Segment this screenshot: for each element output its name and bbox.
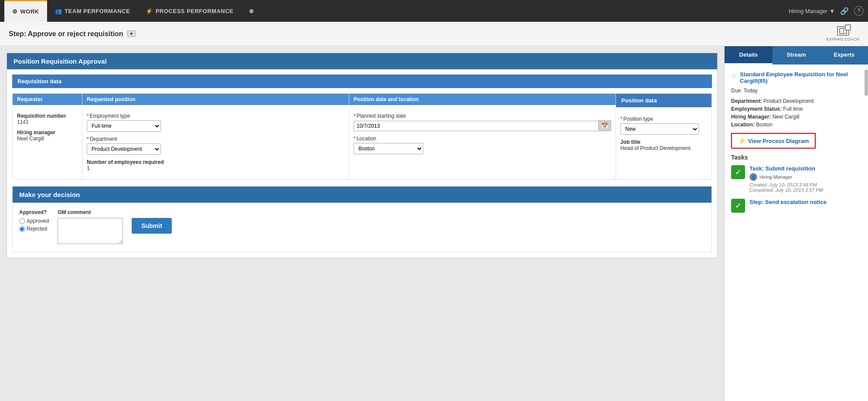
person-icon: 👤 <box>749 173 757 181</box>
main-layout: Position Requisition Approval Requisitio… <box>0 46 868 401</box>
add-icon: ⊕ <box>249 8 254 14</box>
department-field: *Department Product Development <box>87 136 344 155</box>
position-data-section: Position data *Position type New <box>616 93 712 180</box>
tasks-title: Tasks <box>731 154 861 161</box>
tab-details[interactable]: Details <box>725 46 773 65</box>
task-title-send-escalation[interactable]: Step: Send escalation notice <box>749 199 861 205</box>
process-diagram-icon: ⚡ <box>738 137 745 144</box>
tab-experts[interactable]: Experts <box>820 46 868 65</box>
dropdown-arrow-icon: ▼ <box>829 8 835 14</box>
requested-position-column: Requested position *Employment type Full… <box>82 94 349 179</box>
sub-header: Step: Approve or reject requisition ▼ EX… <box>0 22 868 46</box>
approved-radio-label[interactable]: Approved <box>19 218 49 224</box>
position-data-body: *Position type New Job title Head of Pro… <box>616 112 711 159</box>
help-icon[interactable]: ? <box>854 6 864 16</box>
expand-coach-icon <box>837 26 849 36</box>
requester-column: Requester Requisition number 1141 Hiring… <box>13 94 82 179</box>
hiring-manager-field: Hiring manager Neel Cargill <box>17 129 78 142</box>
due-date-text: Due: Today <box>731 88 861 94</box>
hiring-manager-info: Hiring Manager: Neel Cargill <box>731 114 861 120</box>
gm-comment-section: GM comment <box>58 209 123 245</box>
task-item-send-escalation: ✓ Step: Send escalation notice <box>731 199 861 213</box>
link-icon[interactable]: 🔗 <box>840 7 849 15</box>
view-process-diagram-button[interactable]: ⚡ View Process Diagram <box>731 133 816 149</box>
scrollbar-thumb[interactable] <box>865 70 868 96</box>
nav-team-performance[interactable]: 👥 TEAM PERFORMANCE <box>47 0 138 22</box>
num-employees-field: Number of employees required 1 <box>87 159 344 171</box>
requested-position-header: Requested position <box>82 94 349 105</box>
employment-status-info: Employment Status: Full time <box>731 106 861 112</box>
task-title-submit-req[interactable]: Task: Submit requisition <box>749 165 861 172</box>
card-header: Position Requisition Approval <box>7 53 717 69</box>
position-data-header: Position data <box>616 94 711 107</box>
position-date-column: Position date and location *Planned star… <box>349 94 616 179</box>
task-item-submit-req: ✓ Task: Submit requisition 👤 Hiring Mana… <box>731 165 861 193</box>
requisition-number-field: Requisition number 1141 <box>17 113 78 125</box>
process-icon: ⚡ <box>146 8 153 14</box>
task-check-icon-2: ✓ <box>731 199 745 213</box>
employment-type-field: *Employment type Full-time <box>87 113 344 132</box>
location-info: Location: Boston <box>731 122 861 128</box>
right-tabs: Details Stream Experts <box>725 46 868 65</box>
location-select[interactable]: Boston <box>354 143 423 154</box>
task-completed: Completed: July 10, 2013 3:57 PM <box>749 187 861 193</box>
job-title-field: Job title Head of Product Development <box>620 139 707 151</box>
card-body: Requisition data Requester <box>7 69 717 258</box>
task-info-submit-req: Task: Submit requisition 👤 Hiring Manage… <box>749 165 861 193</box>
submit-button[interactable]: Submit <box>132 218 171 234</box>
task-info-send-escalation: Step: Send escalation notice <box>749 199 861 205</box>
requisition-link-title[interactable]: Standard Employee Requisition for Neel C… <box>740 71 861 84</box>
req-data-left: Requester Requisition number 1141 Hiring… <box>12 93 616 180</box>
position-type-field: *Position type New <box>620 116 707 135</box>
decision-header: Make your decision <box>13 187 711 203</box>
department-select[interactable]: Product Development <box>87 143 161 155</box>
position-date-body: *Planned starting date 📅 *Location <box>349 109 616 162</box>
rejected-radio[interactable] <box>19 226 25 232</box>
employment-type-select[interactable]: Full-time <box>87 120 161 132</box>
task-assignee-submit-req: 👤 Hiring Manager <box>749 173 861 181</box>
requisition-data-section: Requisition data Requester <box>12 75 712 180</box>
req-columns-wrapper: Requester Requisition number 1141 Hiring… <box>12 93 712 180</box>
nav-right-section: Hiring Manager ▼ 🔗 ? <box>789 6 864 16</box>
nav-work[interactable]: ⚙ WORK <box>4 0 47 22</box>
work-icon: ⚙ <box>12 8 18 15</box>
expand-coach-button[interactable]: EXPAND COACH <box>827 26 859 41</box>
nav-add[interactable]: ⊕ <box>241 0 262 22</box>
location-field: *Location Boston <box>354 136 611 154</box>
requisition-link-section: ☆ Standard Employee Requisition for Neel… <box>731 71 861 84</box>
position-requisition-card: Position Requisition Approval Requisitio… <box>7 53 718 258</box>
task-check-icon: ✓ <box>731 165 745 179</box>
requester-body: Requisition number 1141 Hiring manager N… <box>13 109 82 150</box>
requisition-data-header: Requisition data <box>12 75 712 88</box>
tab-stream[interactable]: Stream <box>773 46 820 65</box>
dropdown-arrow-icon[interactable]: ▼ <box>127 31 136 37</box>
svg-rect-0 <box>840 28 847 34</box>
rejected-radio-label[interactable]: Rejected <box>19 226 49 232</box>
requested-position-body: *Employment type Full-time *Department <box>82 109 349 179</box>
step-title: Step: Approve or reject requisition ▼ <box>9 30 136 38</box>
decision-body: Approved? Approved Rejected <box>13 203 711 252</box>
nav-process-performance[interactable]: ⚡ PROCESS PERFORMANCE <box>138 0 241 22</box>
right-panel-content: ☆ Standard Employee Requisition for Neel… <box>725 65 868 225</box>
star-icon[interactable]: ☆ <box>731 71 737 80</box>
approval-radio-group: Approved Rejected <box>19 218 49 232</box>
user-menu[interactable]: Hiring Manager ▼ <box>789 8 835 14</box>
date-input-wrapper: 📅 <box>354 120 611 131</box>
planned-date-input[interactable] <box>354 121 599 131</box>
position-date-header: Position date and location <box>349 94 616 105</box>
requester-header: Requester <box>13 94 82 105</box>
submit-section: Submit <box>132 209 171 234</box>
approved-radio[interactable] <box>19 218 25 224</box>
top-navigation: ⚙ WORK 👥 TEAM PERFORMANCE ⚡ PROCESS PERF… <box>0 0 868 22</box>
position-type-select[interactable]: New <box>620 123 699 135</box>
planned-date-field: *Planned starting date 📅 <box>354 113 611 131</box>
gm-comment-textarea[interactable] <box>58 218 123 244</box>
calendar-button[interactable]: 📅 <box>599 120 611 131</box>
department-info: Department: Product Development <box>731 98 861 104</box>
task-created: Created: July 10, 2013 3:56 PM <box>749 182 861 187</box>
decision-section: Make your decision Approved? Approved <box>12 186 712 252</box>
team-icon: 👥 <box>55 8 62 14</box>
right-panel: Details Stream Experts ☆ Standard Employ… <box>724 46 868 401</box>
approved-section: Approved? Approved Rejected <box>19 209 49 232</box>
left-panel: Position Requisition Approval Requisitio… <box>0 46 724 401</box>
